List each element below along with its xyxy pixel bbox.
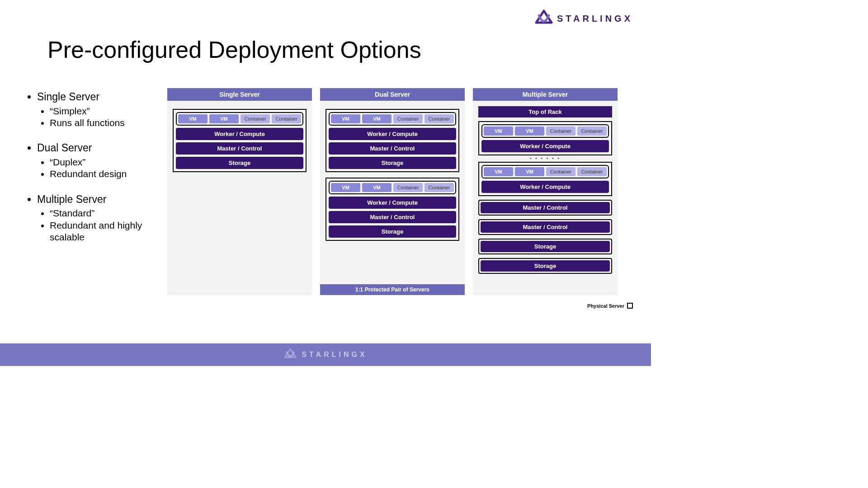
server-box: VM VM Container Container Worker / Compu… xyxy=(173,109,307,172)
workload-vm: VM xyxy=(515,127,544,136)
diagram-row: Single Server VM VM Container Container … xyxy=(167,88,618,295)
bar-worker: Worker / Compute xyxy=(176,128,303,140)
physical-server-icon xyxy=(627,303,633,309)
workload-container: Container xyxy=(393,183,423,192)
workload-vm: VM xyxy=(362,114,392,123)
col-dual-server: Dual Server VM VM Container Container Wo… xyxy=(320,88,465,295)
server-box: VM VM Container Container Worker / Compu… xyxy=(478,121,612,155)
workload-vm: VM xyxy=(331,183,360,192)
bar-storage: Storage xyxy=(329,225,456,238)
workload-vm: VM xyxy=(362,183,392,192)
workload-container: Container xyxy=(577,167,607,176)
workload-row: VM VM Container Container xyxy=(481,124,609,138)
legend: Physical Server xyxy=(587,303,633,309)
bar-worker: Worker / Compute xyxy=(329,197,456,209)
bar-storage: Storage xyxy=(329,157,456,169)
workload-row: VM VM Container Container xyxy=(329,181,456,194)
footer-band: STARLINGX xyxy=(0,343,651,366)
options-list: Single Server “Simplex” Runs all functio… xyxy=(28,90,155,256)
legend-label: Physical Server xyxy=(587,303,624,309)
bar-worker: Worker / Compute xyxy=(481,181,609,193)
brand-text: STARLINGX xyxy=(557,14,633,24)
bar-master: Master / Control xyxy=(481,221,610,233)
server-box: Master / Control xyxy=(478,219,612,235)
workload-vm: VM xyxy=(515,167,544,176)
bar-worker: Worker / Compute xyxy=(481,140,609,152)
workload-row: VM VM Container Container xyxy=(329,112,456,126)
col-header-single: Single Server xyxy=(167,88,312,101)
footer-brand-text: STARLINGX xyxy=(302,351,367,359)
col-header-multi: Multiple Server xyxy=(473,88,618,101)
bar-worker: Worker / Compute xyxy=(329,128,456,140)
workload-container: Container xyxy=(577,127,607,136)
brand-logo-top: STARLINGX xyxy=(534,9,633,28)
workload-container: Container xyxy=(425,183,454,192)
bar-storage: Storage xyxy=(176,157,303,169)
workload-container: Container xyxy=(272,114,301,123)
starlingx-icon xyxy=(283,347,297,362)
workload-vm: VM xyxy=(209,114,239,123)
col-single-server: Single Server VM VM Container Container … xyxy=(167,88,312,295)
workload-row: VM VM Container Container xyxy=(176,112,303,126)
page-title: Pre-configured Deployment Options xyxy=(47,36,421,63)
ellipsis-icon: • • • • • • xyxy=(478,157,612,160)
bullet-multi: Multiple Server “Standard” Redundant and… xyxy=(37,193,155,244)
workload-row: VM VM Container Container xyxy=(481,165,609,178)
server-box: Storage xyxy=(478,258,612,274)
bar-master: Master / Control xyxy=(176,142,303,155)
starlingx-icon xyxy=(534,9,553,28)
col-multiple-server: Multiple Server Top of Rack VM VM Contai… xyxy=(473,88,618,295)
bar-storage: Storage xyxy=(481,241,610,252)
workload-vm: VM xyxy=(178,114,208,123)
top-of-rack-label: Top of Rack xyxy=(478,106,612,117)
bar-master: Master / Control xyxy=(481,202,610,213)
workload-container: Container xyxy=(425,114,454,123)
workload-container: Container xyxy=(546,127,576,136)
server-box: VM VM Container Container Worker / Compu… xyxy=(326,109,459,172)
server-box: VM VM Container Container Worker / Compu… xyxy=(478,162,612,196)
server-box: Master / Control xyxy=(478,200,612,216)
workload-vm: VM xyxy=(484,167,513,176)
server-box: Storage xyxy=(478,239,612,254)
bullet-dual: Dual Server “Duplex” Redundant design xyxy=(37,141,155,180)
workload-vm: VM xyxy=(331,114,360,123)
bar-storage: Storage xyxy=(481,260,610,272)
workload-vm: VM xyxy=(484,127,513,136)
workload-container: Container xyxy=(241,114,270,123)
bar-master: Master / Control xyxy=(329,211,456,223)
workload-container: Container xyxy=(393,114,423,123)
bullet-single: Single Server “Simplex” Runs all functio… xyxy=(37,90,155,129)
col-footer-dual: 1:1 Protected Pair of Servers xyxy=(320,284,465,295)
workload-container: Container xyxy=(546,167,576,176)
col-header-dual: Dual Server xyxy=(320,88,465,101)
bar-master: Master / Control xyxy=(329,142,456,155)
server-box: VM VM Container Container Worker / Compu… xyxy=(326,178,459,241)
